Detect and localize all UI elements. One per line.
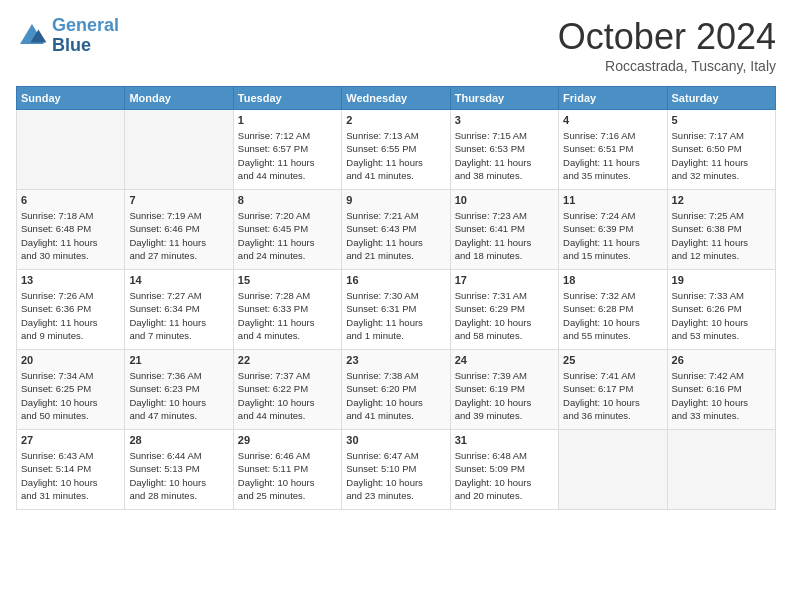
day-number: 12 <box>672 194 771 206</box>
day-cell: 12Sunrise: 7:25 AM Sunset: 6:38 PM Dayli… <box>667 190 775 270</box>
day-number: 23 <box>346 354 445 366</box>
day-cell: 25Sunrise: 7:41 AM Sunset: 6:17 PM Dayli… <box>559 350 667 430</box>
day-number: 27 <box>21 434 120 446</box>
header-cell-thursday: Thursday <box>450 87 558 110</box>
day-info: Sunrise: 6:43 AM Sunset: 5:14 PM Dayligh… <box>21 449 120 502</box>
day-number: 26 <box>672 354 771 366</box>
day-cell: 14Sunrise: 7:27 AM Sunset: 6:34 PM Dayli… <box>125 270 233 350</box>
day-info: Sunrise: 7:24 AM Sunset: 6:39 PM Dayligh… <box>563 209 662 262</box>
day-cell <box>125 110 233 190</box>
week-row-3: 13Sunrise: 7:26 AM Sunset: 6:36 PM Dayli… <box>17 270 776 350</box>
day-cell: 18Sunrise: 7:32 AM Sunset: 6:28 PM Dayli… <box>559 270 667 350</box>
day-cell: 19Sunrise: 7:33 AM Sunset: 6:26 PM Dayli… <box>667 270 775 350</box>
day-number: 6 <box>21 194 120 206</box>
day-info: Sunrise: 7:18 AM Sunset: 6:48 PM Dayligh… <box>21 209 120 262</box>
day-cell: 6Sunrise: 7:18 AM Sunset: 6:48 PM Daylig… <box>17 190 125 270</box>
week-row-4: 20Sunrise: 7:34 AM Sunset: 6:25 PM Dayli… <box>17 350 776 430</box>
day-info: Sunrise: 7:13 AM Sunset: 6:55 PM Dayligh… <box>346 129 445 182</box>
day-cell: 13Sunrise: 7:26 AM Sunset: 6:36 PM Dayli… <box>17 270 125 350</box>
day-info: Sunrise: 7:33 AM Sunset: 6:26 PM Dayligh… <box>672 289 771 342</box>
day-number: 3 <box>455 114 554 126</box>
day-info: Sunrise: 7:41 AM Sunset: 6:17 PM Dayligh… <box>563 369 662 422</box>
day-cell: 11Sunrise: 7:24 AM Sunset: 6:39 PM Dayli… <box>559 190 667 270</box>
day-info: Sunrise: 7:15 AM Sunset: 6:53 PM Dayligh… <box>455 129 554 182</box>
logo: General Blue <box>16 16 119 56</box>
logo-text: General Blue <box>52 16 119 56</box>
day-cell: 21Sunrise: 7:36 AM Sunset: 6:23 PM Dayli… <box>125 350 233 430</box>
day-cell: 29Sunrise: 6:46 AM Sunset: 5:11 PM Dayli… <box>233 430 341 510</box>
day-info: Sunrise: 7:30 AM Sunset: 6:31 PM Dayligh… <box>346 289 445 342</box>
page-header: General Blue October 2024 Roccastrada, T… <box>16 16 776 74</box>
day-cell: 27Sunrise: 6:43 AM Sunset: 5:14 PM Dayli… <box>17 430 125 510</box>
day-info: Sunrise: 7:21 AM Sunset: 6:43 PM Dayligh… <box>346 209 445 262</box>
day-number: 17 <box>455 274 554 286</box>
day-info: Sunrise: 7:12 AM Sunset: 6:57 PM Dayligh… <box>238 129 337 182</box>
day-cell: 31Sunrise: 6:48 AM Sunset: 5:09 PM Dayli… <box>450 430 558 510</box>
day-cell: 20Sunrise: 7:34 AM Sunset: 6:25 PM Dayli… <box>17 350 125 430</box>
day-number: 16 <box>346 274 445 286</box>
day-cell: 8Sunrise: 7:20 AM Sunset: 6:45 PM Daylig… <box>233 190 341 270</box>
day-number: 8 <box>238 194 337 206</box>
day-cell <box>667 430 775 510</box>
day-info: Sunrise: 6:44 AM Sunset: 5:13 PM Dayligh… <box>129 449 228 502</box>
day-cell: 16Sunrise: 7:30 AM Sunset: 6:31 PM Dayli… <box>342 270 450 350</box>
day-number: 13 <box>21 274 120 286</box>
day-cell <box>559 430 667 510</box>
day-info: Sunrise: 7:36 AM Sunset: 6:23 PM Dayligh… <box>129 369 228 422</box>
day-info: Sunrise: 7:17 AM Sunset: 6:50 PM Dayligh… <box>672 129 771 182</box>
day-cell: 10Sunrise: 7:23 AM Sunset: 6:41 PM Dayli… <box>450 190 558 270</box>
day-cell: 7Sunrise: 7:19 AM Sunset: 6:46 PM Daylig… <box>125 190 233 270</box>
day-info: Sunrise: 7:34 AM Sunset: 6:25 PM Dayligh… <box>21 369 120 422</box>
day-number: 2 <box>346 114 445 126</box>
day-info: Sunrise: 7:37 AM Sunset: 6:22 PM Dayligh… <box>238 369 337 422</box>
day-number: 29 <box>238 434 337 446</box>
day-number: 30 <box>346 434 445 446</box>
day-info: Sunrise: 7:28 AM Sunset: 6:33 PM Dayligh… <box>238 289 337 342</box>
day-number: 14 <box>129 274 228 286</box>
header-row: SundayMondayTuesdayWednesdayThursdayFrid… <box>17 87 776 110</box>
day-number: 18 <box>563 274 662 286</box>
day-info: Sunrise: 7:32 AM Sunset: 6:28 PM Dayligh… <box>563 289 662 342</box>
day-number: 11 <box>563 194 662 206</box>
day-cell: 4Sunrise: 7:16 AM Sunset: 6:51 PM Daylig… <box>559 110 667 190</box>
day-info: Sunrise: 7:39 AM Sunset: 6:19 PM Dayligh… <box>455 369 554 422</box>
calendar-table: SundayMondayTuesdayWednesdayThursdayFrid… <box>16 86 776 510</box>
day-number: 31 <box>455 434 554 446</box>
day-number: 10 <box>455 194 554 206</box>
day-cell: 30Sunrise: 6:47 AM Sunset: 5:10 PM Dayli… <box>342 430 450 510</box>
week-row-2: 6Sunrise: 7:18 AM Sunset: 6:48 PM Daylig… <box>17 190 776 270</box>
day-cell: 3Sunrise: 7:15 AM Sunset: 6:53 PM Daylig… <box>450 110 558 190</box>
header-cell-friday: Friday <box>559 87 667 110</box>
day-cell: 22Sunrise: 7:37 AM Sunset: 6:22 PM Dayli… <box>233 350 341 430</box>
day-info: Sunrise: 6:47 AM Sunset: 5:10 PM Dayligh… <box>346 449 445 502</box>
day-info: Sunrise: 7:20 AM Sunset: 6:45 PM Dayligh… <box>238 209 337 262</box>
header-cell-sunday: Sunday <box>17 87 125 110</box>
day-number: 4 <box>563 114 662 126</box>
day-cell: 23Sunrise: 7:38 AM Sunset: 6:20 PM Dayli… <box>342 350 450 430</box>
header-cell-tuesday: Tuesday <box>233 87 341 110</box>
day-info: Sunrise: 7:16 AM Sunset: 6:51 PM Dayligh… <box>563 129 662 182</box>
day-number: 21 <box>129 354 228 366</box>
day-number: 24 <box>455 354 554 366</box>
header-cell-monday: Monday <box>125 87 233 110</box>
day-info: Sunrise: 7:19 AM Sunset: 6:46 PM Dayligh… <box>129 209 228 262</box>
header-cell-wednesday: Wednesday <box>342 87 450 110</box>
day-cell: 1Sunrise: 7:12 AM Sunset: 6:57 PM Daylig… <box>233 110 341 190</box>
day-info: Sunrise: 7:26 AM Sunset: 6:36 PM Dayligh… <box>21 289 120 342</box>
day-cell: 15Sunrise: 7:28 AM Sunset: 6:33 PM Dayli… <box>233 270 341 350</box>
day-number: 20 <box>21 354 120 366</box>
location-subtitle: Roccastrada, Tuscany, Italy <box>558 58 776 74</box>
day-number: 19 <box>672 274 771 286</box>
week-row-1: 1Sunrise: 7:12 AM Sunset: 6:57 PM Daylig… <box>17 110 776 190</box>
day-cell: 17Sunrise: 7:31 AM Sunset: 6:29 PM Dayli… <box>450 270 558 350</box>
day-info: Sunrise: 7:27 AM Sunset: 6:34 PM Dayligh… <box>129 289 228 342</box>
day-info: Sunrise: 7:38 AM Sunset: 6:20 PM Dayligh… <box>346 369 445 422</box>
day-info: Sunrise: 7:42 AM Sunset: 6:16 PM Dayligh… <box>672 369 771 422</box>
title-block: October 2024 Roccastrada, Tuscany, Italy <box>558 16 776 74</box>
day-info: Sunrise: 6:46 AM Sunset: 5:11 PM Dayligh… <box>238 449 337 502</box>
day-number: 7 <box>129 194 228 206</box>
day-cell: 28Sunrise: 6:44 AM Sunset: 5:13 PM Dayli… <box>125 430 233 510</box>
day-number: 28 <box>129 434 228 446</box>
day-info: Sunrise: 6:48 AM Sunset: 5:09 PM Dayligh… <box>455 449 554 502</box>
day-number: 22 <box>238 354 337 366</box>
